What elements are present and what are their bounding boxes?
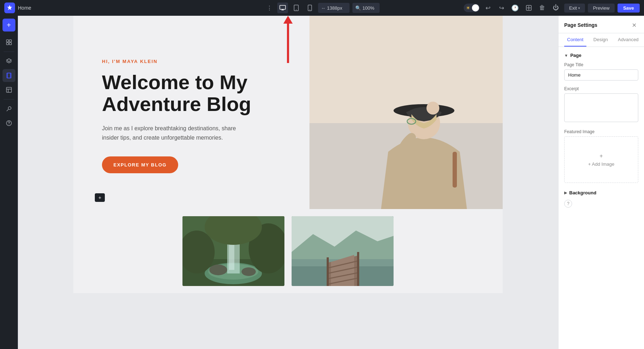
sidebar-pages-btn[interactable] (3, 69, 15, 82)
add-block-icon: + (98, 195, 101, 200)
tab-design[interactable]: Design (591, 33, 611, 47)
sidebar-divider-2 (4, 99, 14, 100)
page-title-group: Page Title (564, 62, 638, 81)
svg-point-31 (241, 267, 256, 276)
tab-content[interactable]: Content (564, 33, 586, 47)
svg-rect-9 (9, 43, 11, 45)
gallery-dock (292, 216, 394, 286)
hero-subtitle: HI, I'M MAYA KLEIN (102, 59, 288, 64)
panel-title: Page Settings (564, 22, 597, 28)
featured-image-group: Featured Image + + Add Image (564, 129, 638, 183)
top-bar-right: ☀ ↩ ↪ 🕐 🗑 ⏻ Exit ▾ Preview Save (464, 3, 640, 13)
desktop-device-btn[interactable] (277, 3, 288, 13)
main-layout: + (0, 16, 644, 349)
sidebar-layers-btn[interactable] (3, 55, 15, 68)
app-icon[interactable] (4, 3, 15, 13)
svg-point-4 (309, 10, 310, 10)
top-bar-left: Home (4, 3, 31, 13)
svg-rect-12 (6, 87, 11, 92)
page-canvas: HI, I'M MAYA KLEIN Welcome to My Adventu… (73, 16, 503, 293)
width-icon: ↔ (321, 5, 326, 11)
width-input[interactable] (327, 5, 347, 11)
svg-point-30 (209, 265, 227, 275)
panel-header: Page Settings ✕ (558, 16, 644, 33)
sidebar-template-btn[interactable] (3, 83, 15, 96)
top-bar: Home ⋮ ↔ 🔍 (0, 0, 644, 16)
hero-cta-btn[interactable]: EXPLORE MY BLOG (102, 156, 178, 173)
tab-advanced-label: Advanced (618, 37, 639, 42)
exit-label: Exit (569, 5, 577, 11)
excerpt-field-label: Excerpt (564, 86, 638, 91)
tab-content-label: Content (567, 37, 584, 42)
sidebar-tools-btn[interactable] (3, 102, 15, 115)
exit-chevron-icon: ▾ (578, 6, 580, 10)
hero-section: HI, I'M MAYA KLEIN Welcome to My Adventu… (73, 16, 503, 209)
help-icon-btn[interactable]: ? (564, 200, 572, 208)
tab-design-label: Design (594, 37, 608, 42)
toggle-circle (472, 4, 479, 11)
hero-cta-label: EXPLORE MY BLOG (113, 162, 167, 168)
preview-label: Preview (593, 5, 609, 11)
sun-icon: ☀ (464, 5, 472, 11)
background-section-toggle[interactable]: ▶ Background (564, 189, 638, 197)
tab-advanced[interactable]: Advanced (615, 33, 641, 47)
gallery-section (73, 209, 503, 293)
page-title-field-label: Page Title (564, 62, 638, 67)
undo-btn[interactable]: ↩ (483, 3, 493, 13)
top-bar-center: ⋮ ↔ 🔍 (264, 3, 380, 13)
svg-point-23 (426, 102, 439, 115)
background-section-arrow: ▶ (564, 190, 567, 195)
svg-point-2 (296, 10, 297, 10)
sidebar-grid-btn[interactable] (3, 36, 15, 49)
power-btn[interactable]: ⏻ (551, 3, 561, 13)
add-block-btn[interactable]: + (95, 193, 105, 202)
svg-rect-7 (9, 40, 11, 42)
hero-left: HI, I'M MAYA KLEIN Welcome to My Adventu… (73, 16, 309, 209)
tablet-device-btn[interactable] (291, 3, 302, 13)
zoom-wrap: 🔍 (352, 3, 380, 13)
left-sidebar: + (0, 16, 18, 349)
page-section-label: Page (570, 53, 581, 58)
panel-tabs: Content Design Advanced (558, 33, 644, 47)
panel-close-btn[interactable]: ✕ (630, 21, 638, 29)
svg-rect-0 (280, 5, 286, 9)
page-name: Home (18, 5, 31, 11)
redo-btn[interactable]: ↪ (496, 3, 507, 13)
save-btn[interactable]: Save (618, 4, 640, 13)
more-menu-btn[interactable]: ⋮ (264, 3, 274, 13)
help-icon-symbol: ? (567, 201, 570, 206)
add-image-plus-icon: + (600, 153, 603, 159)
featured-image-upload[interactable]: + + Add Image (564, 136, 638, 183)
zoom-input[interactable] (362, 5, 377, 11)
svg-rect-8 (6, 43, 9, 45)
excerpt-group: Excerpt (564, 86, 638, 123)
save-label: Save (623, 5, 634, 11)
trash-btn[interactable]: 🗑 (537, 3, 548, 13)
hero-right (309, 16, 503, 209)
mobile-device-btn[interactable] (304, 3, 315, 13)
width-input-wrap: ↔ (318, 3, 350, 13)
canvas-area: HI, I'M MAYA KLEIN Welcome to My Adventu… (18, 16, 558, 349)
preview-btn[interactable]: Preview (588, 4, 614, 13)
page-title-input[interactable] (564, 69, 638, 81)
svg-point-14 (9, 124, 9, 125)
gallery-waterfall (182, 216, 284, 286)
excerpt-textarea[interactable] (564, 93, 638, 122)
add-element-btn[interactable]: + (3, 19, 15, 31)
sidebar-divider (4, 52, 14, 52)
page-section-arrow: ▼ (564, 53, 568, 58)
background-section-label: Background (569, 190, 596, 195)
history-btn[interactable]: 🕐 (510, 3, 521, 13)
svg-rect-21 (453, 152, 457, 188)
page-section-toggle[interactable]: ▼ Page (564, 53, 638, 58)
revisions-btn[interactable] (523, 3, 534, 13)
right-panel: Page Settings ✕ Content Design Advanced … (558, 16, 644, 349)
featured-image-label: Featured Image (564, 129, 638, 134)
theme-toggle[interactable]: ☀ (464, 4, 480, 12)
exit-btn[interactable]: Exit ▾ (564, 4, 585, 13)
svg-rect-43 (357, 252, 359, 286)
add-image-label: + Add Image (588, 161, 614, 167)
svg-rect-6 (6, 40, 9, 42)
hero-description: Join me as I explore breathtaking destin… (102, 124, 238, 142)
sidebar-help-btn[interactable] (3, 117, 15, 130)
